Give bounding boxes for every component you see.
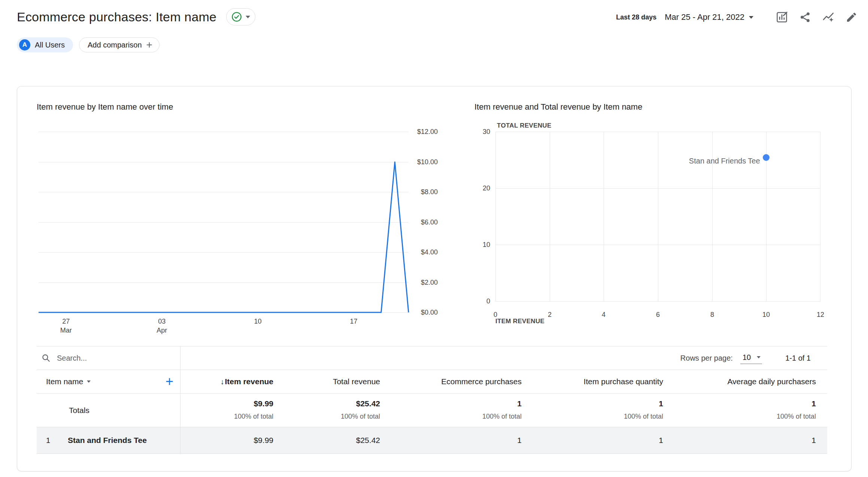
row-item-name: Stan and Friends Tee bbox=[68, 436, 147, 445]
add-comparison-label: Add comparison bbox=[88, 41, 142, 49]
report-card: Item revenue by Item name over time Item… bbox=[17, 86, 852, 471]
toolbar: Last 28 days Mar 25 - Apr 21, 2022 bbox=[616, 9, 860, 25]
edit-button[interactable] bbox=[843, 9, 860, 25]
column-header-item-purchase-quantity[interactable]: Item purchase quantity bbox=[527, 377, 669, 386]
table-column-divider bbox=[180, 346, 180, 454]
title-row: Ecommerce purchases: Item name bbox=[17, 8, 255, 25]
insights-icon bbox=[822, 11, 835, 24]
rows-per-page-value: 10 bbox=[743, 353, 751, 362]
row-index: 1 bbox=[46, 436, 68, 445]
date-range-value: Mar 25 - Apr 21, 2022 bbox=[665, 12, 744, 22]
column-header-average-daily-purchasers[interactable]: Average daily purchasers bbox=[669, 377, 827, 386]
line-chart: $12.00$10.00$8.00$6.00$4.00$2.00$0.0027M… bbox=[39, 132, 409, 312]
pencil-icon bbox=[846, 11, 858, 23]
row-cell: $9.99 bbox=[180, 436, 279, 445]
totals-cell: 1100% of total bbox=[386, 394, 527, 427]
scatter-y-axis-label: TOTAL REVENUE bbox=[497, 122, 552, 129]
date-preset-label: Last 28 days bbox=[616, 13, 656, 21]
comparison-avatar: A bbox=[19, 39, 30, 51]
rows-per-page-label: Rows per page: bbox=[680, 354, 733, 363]
totals-label: Totals bbox=[37, 394, 180, 427]
table-row[interactable]: 1 Stan and Friends Tee $9.99 $25.42 1 1 … bbox=[37, 427, 827, 454]
totals-row: Totals $9.99100% of total $25.42100% of … bbox=[37, 393, 827, 427]
add-comparison-button[interactable]: Add comparison + bbox=[79, 37, 160, 52]
report-status-dropdown[interactable] bbox=[226, 8, 255, 25]
sort-descending-icon: ↓ bbox=[220, 377, 224, 386]
dimension-label: Item name bbox=[46, 377, 83, 386]
customize-report-button[interactable] bbox=[774, 9, 790, 25]
totals-cell: $9.99100% of total bbox=[180, 394, 279, 427]
data-table: Rows per page: 10 1-1 of 1 Item name + ↓… bbox=[37, 346, 827, 454]
row-cell: $25.42 bbox=[279, 436, 386, 445]
page-title: Ecommerce purchases: Item name bbox=[17, 10, 216, 24]
chevron-down-icon bbox=[246, 16, 250, 18]
dimension-header-cell: Item name + bbox=[37, 375, 180, 388]
chevron-down-icon bbox=[757, 356, 761, 358]
valid-check-icon bbox=[231, 12, 242, 22]
table-header-row: Item name + ↓Item revenue Total revenue … bbox=[37, 370, 827, 393]
customize-report-icon bbox=[776, 11, 788, 24]
plus-icon: + bbox=[146, 40, 152, 50]
scatter-chart: TOTAL REVENUE ITEM REVENUE 3020100024681… bbox=[495, 132, 820, 301]
pagination-range: 1-1 of 1 bbox=[785, 354, 811, 363]
scatter-point-label: Stan and Friends Tee bbox=[689, 157, 760, 165]
insights-button[interactable] bbox=[820, 9, 837, 25]
column-header-total-revenue[interactable]: Total revenue bbox=[279, 377, 386, 386]
chevron-down-icon bbox=[749, 16, 753, 19]
search-icon bbox=[41, 353, 51, 363]
row-name-cell: 1 Stan and Friends Tee bbox=[37, 436, 180, 445]
row-cell: 1 bbox=[669, 436, 827, 445]
all-users-chip[interactable]: A All Users bbox=[17, 37, 73, 52]
column-header-ecommerce-purchases[interactable]: Ecommerce purchases bbox=[386, 377, 527, 386]
all-users-label: All Users bbox=[35, 41, 65, 49]
totals-cell: $25.42100% of total bbox=[279, 394, 386, 427]
totals-cell: 1100% of total bbox=[669, 394, 827, 427]
search-input[interactable] bbox=[56, 354, 183, 363]
add-dimension-button[interactable]: + bbox=[166, 375, 173, 388]
totals-cell: 1100% of total bbox=[527, 394, 669, 427]
share-icon bbox=[799, 11, 811, 23]
scatter-x-axis-label: ITEM REVENUE bbox=[495, 318, 544, 325]
comparison-bar: A All Users Add comparison + bbox=[17, 37, 160, 52]
scatter-chart-title: Item revenue and Total revenue by Item n… bbox=[474, 102, 642, 112]
line-chart-title: Item revenue by Item name over time bbox=[37, 102, 173, 112]
row-cell: 1 bbox=[527, 436, 669, 445]
chevron-down-icon bbox=[87, 380, 91, 383]
dimension-selector[interactable]: Item name bbox=[46, 377, 91, 386]
table-toolbar-row: Rows per page: 10 1-1 of 1 bbox=[37, 346, 827, 370]
row-cell: 1 bbox=[386, 436, 527, 445]
rows-per-page-select[interactable]: 10 bbox=[740, 352, 762, 364]
column-header-item-revenue[interactable]: ↓Item revenue bbox=[180, 377, 279, 386]
date-range-picker[interactable]: Mar 25 - Apr 21, 2022 bbox=[662, 12, 756, 22]
share-button[interactable] bbox=[797, 9, 813, 25]
scatter-point[interactable] bbox=[763, 154, 770, 161]
